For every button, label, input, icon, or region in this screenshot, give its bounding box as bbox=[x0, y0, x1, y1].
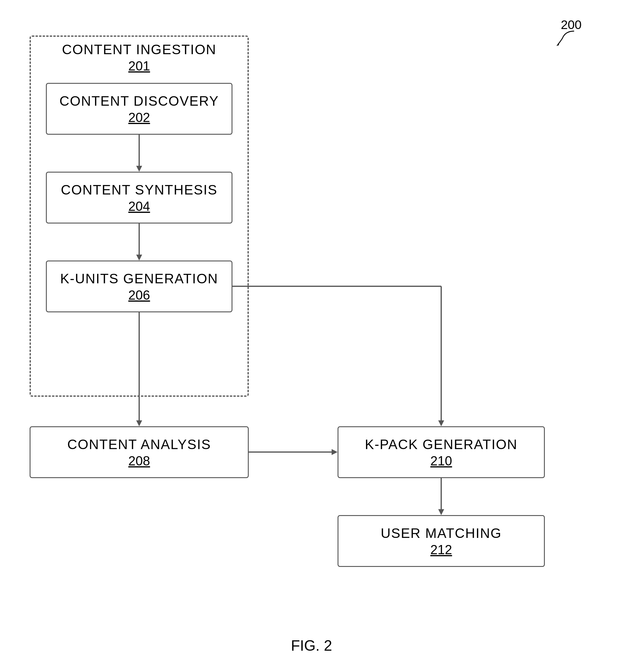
ingestion-label: CONTENT INGESTION 201 bbox=[30, 41, 249, 73]
svg-marker-6 bbox=[136, 420, 142, 426]
content-discovery-box: CONTENT DISCOVERY 202 bbox=[46, 83, 232, 135]
content-analysis-box: CONTENT ANALYSIS 208 bbox=[30, 426, 249, 478]
kpack-generation-box: K-PACK GENERATION 210 bbox=[337, 426, 545, 478]
figure-caption: FIG. 2 bbox=[0, 637, 623, 654]
user-matching-box: USER MATCHING 212 bbox=[337, 515, 545, 567]
svg-marker-11 bbox=[332, 449, 337, 455]
svg-marker-0 bbox=[556, 42, 559, 46]
ref-200-bracket bbox=[556, 28, 580, 46]
svg-marker-9 bbox=[438, 420, 444, 426]
content-synthesis-box: CONTENT SYNTHESIS 204 bbox=[46, 172, 232, 223]
kunits-generation-box: K-UNITS GENERATION 206 bbox=[46, 261, 232, 312]
svg-marker-13 bbox=[438, 509, 444, 515]
